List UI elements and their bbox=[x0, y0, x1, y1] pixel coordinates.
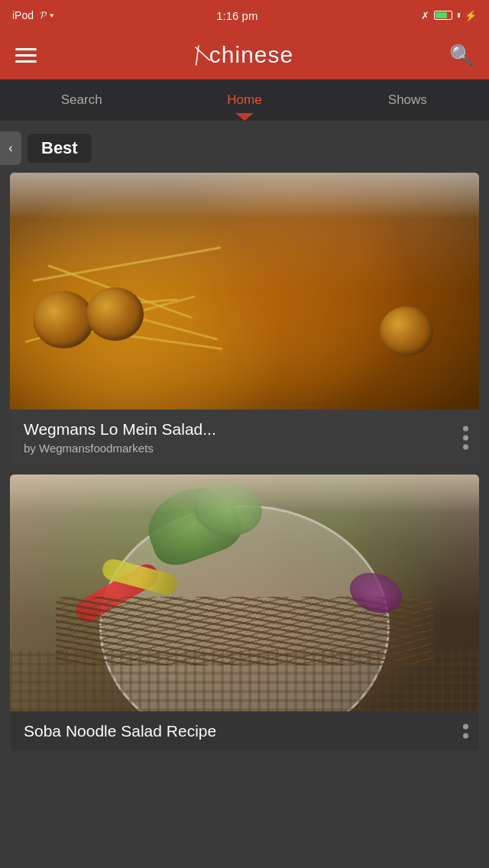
section-header: ‹ Best bbox=[0, 121, 489, 173]
soba-noodle-image bbox=[10, 474, 479, 711]
search-button[interactable]: 🔍 bbox=[449, 44, 474, 67]
app-title-text: chinese bbox=[209, 42, 293, 68]
recipe-image bbox=[10, 173, 479, 410]
wifi-icon: 𝓟 ▾ bbox=[40, 9, 53, 21]
recipe-title: Wegmans Lo Mein Salad... bbox=[24, 420, 441, 439]
status-bar: iPod 𝓟 ▾ 1:16 pm ✗ ⚡ bbox=[0, 0, 489, 31]
tab-search[interactable]: Search bbox=[0, 79, 163, 121]
recipe-card[interactable]: Wegmans Lo Mein Salad... by Wegmansfoodm… bbox=[10, 173, 479, 465]
status-time: 1:16 pm bbox=[216, 9, 257, 22]
app-title: ╱╲ chinese bbox=[193, 42, 293, 68]
section-label: Best bbox=[28, 134, 92, 163]
recipe-info-2: Soba Noodle Salad Recipe bbox=[10, 711, 479, 751]
recipe-image-2 bbox=[10, 474, 479, 711]
content-area: ‹ Best bbox=[0, 121, 489, 751]
charging-icon: ⚡ bbox=[465, 10, 477, 21]
tab-home[interactable]: Home bbox=[163, 79, 325, 121]
status-left: iPod 𝓟 ▾ bbox=[12, 9, 53, 21]
status-right: ✗ ⚡ bbox=[421, 10, 477, 21]
lo-mein-image bbox=[10, 173, 479, 410]
battery-tip bbox=[458, 13, 460, 18]
tab-shows[interactable]: Shows bbox=[326, 79, 489, 121]
noodle-overlay bbox=[10, 173, 479, 410]
recipe-menu-button[interactable] bbox=[463, 426, 468, 449]
app-header: ╱╲ chinese 🔍 bbox=[0, 31, 489, 79]
recipe-card-partial[interactable]: Soba Noodle Salad Recipe bbox=[10, 474, 479, 751]
bluetooth-icon: ✗ bbox=[421, 10, 429, 21]
menu-button[interactable] bbox=[15, 48, 37, 63]
recipe-subtitle: by Wegmansfoodmarkets bbox=[24, 442, 441, 455]
back-button[interactable]: ‹ bbox=[0, 131, 21, 165]
battery-icon bbox=[434, 11, 452, 20]
tab-navigation: Search Home Shows bbox=[0, 79, 489, 121]
recipe-menu-button-2[interactable] bbox=[463, 724, 468, 739]
chopsticks-icon: ╱╲ bbox=[189, 44, 207, 66]
recipe-title-2: Soba Noodle Salad Recipe bbox=[24, 722, 441, 740]
device-label: iPod bbox=[12, 9, 34, 21]
recipe-info: Wegmans Lo Mein Salad... by Wegmansfoodm… bbox=[10, 410, 479, 465]
